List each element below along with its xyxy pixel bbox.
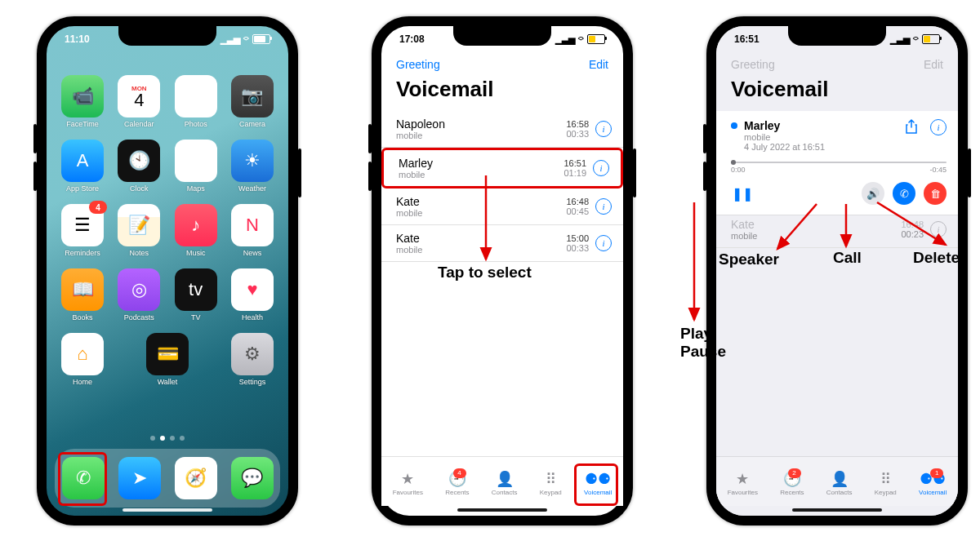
power-button[interactable] [633, 149, 636, 197]
app-icon: tv [175, 268, 217, 311]
app-icon: A [61, 140, 104, 182]
app-icon: 🕙 [118, 140, 160, 182]
volume-up-button[interactable] [703, 124, 706, 153]
edit-button[interactable]: Edit [924, 58, 943, 71]
tab-favourites[interactable]: ★Favourites [393, 471, 423, 496]
volume-up-button[interactable] [33, 124, 37, 153]
call-back-button[interactable]: ✆ [893, 182, 915, 205]
app-icon: ⚙ [231, 333, 274, 375]
app-books[interactable]: 📖Books [60, 268, 105, 321]
app-wallet[interactable]: 💳Wallet [145, 333, 190, 386]
dock-app-arrow[interactable]: ➤ [118, 457, 161, 499]
home-indicator[interactable] [792, 508, 882, 512]
voicemail-row[interactable]: Katemobile15:0000:33i [381, 225, 623, 262]
app-news[interactable]: NNews [229, 204, 275, 257]
playback-progress[interactable]: 0:00-0:45 [731, 162, 947, 174]
info-button[interactable]: i [595, 235, 612, 251]
voicemail-list-dimmed: Kate mobile 16:48 00:23 i [716, 211, 958, 248]
app-settings[interactable]: ⚙Settings [229, 333, 275, 386]
greeting-button[interactable]: Greeting [396, 58, 440, 71]
page-indicator[interactable] [47, 436, 288, 441]
voicemail-row[interactable]: Kate mobile 16:48 00:23 i [716, 211, 958, 248]
tab-contacts[interactable]: 👤Contacts [492, 471, 518, 496]
annotation-call: Call [833, 249, 862, 267]
info-button[interactable]: i [595, 198, 612, 215]
home-indicator[interactable] [457, 508, 547, 512]
progress-position: 0:00 [731, 166, 746, 174]
app-icon: ✿ [175, 75, 217, 118]
share-button[interactable] [904, 119, 919, 134]
voicemail-caller-sub: mobile [744, 132, 825, 142]
app-podcasts[interactable]: ◎Podcasts [116, 268, 162, 321]
info-button[interactable]: i [595, 121, 612, 137]
edit-button[interactable]: Edit [589, 58, 608, 71]
voicemail-row[interactable]: Katemobile16:4800:45i [381, 188, 623, 225]
app-music[interactable]: ♪Music [173, 204, 219, 257]
signal-icon: ▁▃▅ [890, 34, 910, 45]
highlight-phone-app [58, 452, 107, 506]
app-camera[interactable]: 📷Camera [229, 75, 275, 128]
play-pause-button[interactable]: ❚❚ [731, 182, 754, 205]
phone-home-screen: 11:10 ▁▃▅ ⌔ 📹FaceTimeMON4Calendar✿Photos… [37, 16, 298, 525]
app-tv[interactable]: tvTV [173, 268, 219, 321]
dock-app-messages[interactable]: 💬 [231, 457, 274, 499]
tab-keypad[interactable]: ⠿Keypad [875, 471, 897, 496]
app-icon: ☀ [231, 140, 274, 182]
volume-down-button[interactable] [33, 162, 37, 191]
app-label: Notes [130, 249, 149, 257]
app-home[interactable]: ⌂Home [60, 333, 105, 386]
voicemail-row[interactable]: Marleymobile16:5101:19i [381, 148, 623, 188]
app-icon: N [231, 204, 274, 246]
voicemail-row[interactable]: Napoleonmobile16:5800:33i [381, 111, 623, 148]
greeting-button[interactable]: Greeting [731, 58, 775, 71]
tab-contacts[interactable]: 👤Contacts [826, 471, 853, 496]
app-app-store[interactable]: AApp Store [60, 140, 105, 193]
info-button[interactable]: i [593, 160, 609, 176]
app-health[interactable]: ♥Health [229, 268, 275, 321]
app-notes[interactable]: 📝Notes [116, 204, 162, 257]
info-button[interactable]: i [930, 119, 947, 135]
volume-down-button[interactable] [368, 162, 372, 191]
app-label: Wallet [158, 378, 178, 386]
home-indicator[interactable] [122, 508, 212, 512]
voicemail-caller-name: Napoleon [396, 118, 559, 131]
app-icon: ◎ [118, 268, 160, 311]
status-time: 11:10 [65, 33, 90, 45]
app-facetime[interactable]: 📹FaceTime [60, 75, 105, 128]
power-button[interactable] [968, 149, 971, 197]
app-label: Music [186, 249, 206, 257]
tab-icon: 👤 [496, 471, 514, 487]
power-button[interactable] [298, 149, 301, 197]
battery-icon [252, 34, 270, 44]
tab-voicemail[interactable]: ⚈⚈Voicemail1 [919, 471, 947, 496]
tab-label: Favourites [728, 489, 758, 496]
tab-recents[interactable]: 🕘Recents2 [780, 471, 804, 496]
app-icon: ♪ [175, 204, 217, 246]
info-button[interactable]: i [930, 221, 947, 237]
nav-bar: Greeting Edit [716, 52, 958, 77]
tab-favourites[interactable]: ★Favourites [728, 471, 758, 496]
app-calendar[interactable]: MON4Calendar [116, 75, 162, 128]
app-icon: 📖 [61, 268, 104, 311]
signal-icon: ▁▃▅ [555, 34, 575, 45]
delete-button[interactable]: 🗑 [924, 182, 947, 205]
unread-dot-icon [731, 122, 737, 129]
tab-label: Recents [780, 489, 804, 496]
app-photos[interactable]: ✿Photos [173, 75, 219, 128]
app-clock[interactable]: 🕙Clock [116, 140, 162, 193]
speaker-button[interactable]: 🔊 [862, 182, 884, 205]
tab-keypad[interactable]: ⠿Keypad [540, 471, 562, 496]
app-weather[interactable]: ☀Weather [229, 140, 275, 193]
app-label: App Store [66, 184, 99, 193]
app-maps[interactable]: ➤Maps [173, 140, 219, 193]
tab-label: Contacts [492, 489, 518, 496]
app-label: FaceTime [66, 120, 99, 128]
app-reminders[interactable]: ☰4Reminders [60, 204, 105, 257]
tab-icon: ★ [401, 471, 414, 487]
dock-app-safari[interactable]: 🧭 [175, 457, 217, 499]
notification-badge: 2 [788, 468, 801, 478]
tab-label: Keypad [875, 489, 897, 496]
volume-down-button[interactable] [703, 162, 706, 191]
volume-up-button[interactable] [368, 124, 372, 153]
tab-recents[interactable]: 🕘Recents4 [445, 471, 469, 496]
